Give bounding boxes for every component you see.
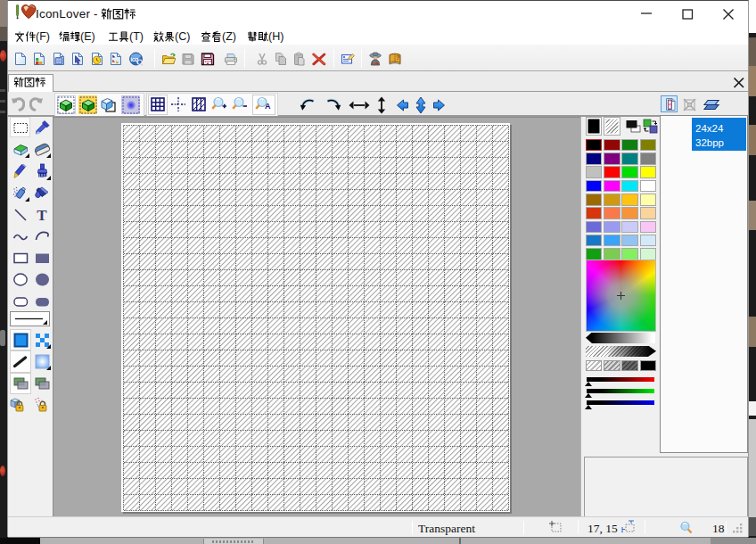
svg-text:T: T (37, 207, 47, 224)
svg-text:A: A (265, 102, 271, 111)
svg-text:?: ? (396, 54, 399, 61)
